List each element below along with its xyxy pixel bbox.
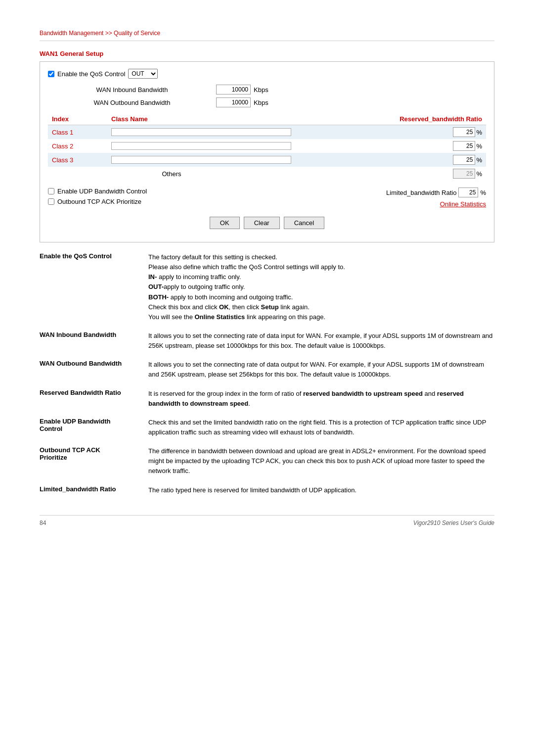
- help-def-limited-bw: The ratio typed here is reserved for lim…: [148, 485, 356, 495]
- page-number: 84: [40, 520, 46, 526]
- class3-name-input[interactable]: [111, 156, 291, 164]
- class2-ratio: %: [295, 139, 486, 153]
- wan-outbound-row: WAN Outbound Bandwidth Kbps: [48, 97, 486, 107]
- col-ratio-header: Reserved_bandwidth Ratio: [295, 113, 486, 125]
- product-name: Vigor2910 Series User's Guide: [413, 520, 494, 526]
- enable-udp-row: Enable UDP Bandwidth Control: [48, 188, 147, 195]
- class2-unit: %: [476, 142, 482, 150]
- wan-outbound-input[interactable]: [216, 97, 251, 107]
- help-row-reserved-bw: Reserved Bandwidth Ratio It is reserved …: [40, 389, 494, 409]
- breadcrumb-separator: >>: [103, 30, 114, 37]
- form-panel: Enable the QoS Control OUT IN BOTH WAN I…: [40, 61, 494, 242]
- class1-unit: %: [476, 129, 482, 136]
- right-panel: Limited_bandwidth Ratio % Online Statist…: [386, 188, 486, 208]
- others-ratio: %: [295, 167, 486, 181]
- help-row-limited-bw: Limited_bandwidth Ratio The ratio typed …: [40, 485, 494, 495]
- table-header: Index Class Name Reserved_bandwidth Rati…: [48, 113, 486, 125]
- help-term-udp: Enable UDP BandwidthControl: [40, 418, 148, 432]
- help-row-wan-inbound: WAN Inbound Bandwidth It allows you to s…: [40, 331, 494, 351]
- help-term-qos: Enable the QoS Control: [40, 252, 148, 260]
- help-row-udp: Enable UDP BandwidthControl Check this a…: [40, 418, 494, 437]
- class1-index: Class 1: [48, 125, 107, 140]
- help-row-qos: Enable the QoS Control The factory defau…: [40, 252, 494, 322]
- help-def-tcp-ack: The difference in bandwidth between down…: [148, 446, 494, 476]
- section-title: WAN1 General Setup: [40, 50, 494, 57]
- online-statistics-link[interactable]: Online Statistics: [440, 200, 486, 208]
- class2-name: [107, 139, 295, 153]
- class3-ratio-input[interactable]: [453, 155, 475, 165]
- help-term-limited-bw: Limited_bandwidth Ratio: [40, 485, 148, 493]
- checkboxes-group: Enable UDP Bandwidth Control Outbound TC…: [48, 188, 147, 205]
- enable-qos-label: Enable the QoS Control: [57, 70, 125, 78]
- help-term-tcp-ack: Outbound TCP ACKPrioritize: [40, 446, 148, 461]
- limited-bw-label: Limited_bandwidth Ratio: [386, 189, 456, 196]
- wan-inbound-label: WAN Inbound Bandwidth: [48, 86, 216, 94]
- help-def-reserved-bw: It is reserved for the group index in th…: [148, 389, 494, 409]
- breadcrumb: Bandwidth Management >> Quality of Servi…: [40, 30, 494, 41]
- class2-ratio-input[interactable]: [453, 141, 475, 151]
- class3-unit: %: [476, 156, 482, 164]
- table-row-others: Others %: [48, 167, 486, 181]
- wan-inbound-input[interactable]: [216, 85, 251, 94]
- breadcrumb-part1: Bandwidth Management: [40, 30, 103, 37]
- enable-qos-checkbox[interactable]: [48, 71, 54, 77]
- others-label: Others: [48, 167, 295, 181]
- help-def-wan-inbound: It allows you to set the connecting rate…: [148, 331, 494, 351]
- help-row-wan-outbound: WAN Outbound Bandwidth It allows you to …: [40, 360, 494, 379]
- help-term-wan-outbound: WAN Outbound Bandwidth: [40, 360, 148, 367]
- table-row: Class 3 %: [48, 153, 486, 167]
- col-class-header: Class Name: [107, 113, 295, 125]
- wan-inbound-row: WAN Inbound Bandwidth Kbps: [48, 85, 486, 94]
- help-def-wan-outbound: It allows you to set the connecting rate…: [148, 360, 494, 379]
- col-index-header: Index: [48, 113, 107, 125]
- qos-direction-select[interactable]: OUT IN BOTH: [128, 69, 158, 79]
- class3-index: Class 3: [48, 153, 107, 167]
- limited-bw-input[interactable]: [458, 188, 478, 197]
- breadcrumb-part2: Quality of Service: [114, 30, 160, 37]
- outbound-tcp-label: Outbound TCP ACK Prioritize: [57, 198, 141, 205]
- class1-ratio-input[interactable]: [453, 127, 475, 137]
- help-def-udp: Check this and set the limited bandwidth…: [148, 418, 494, 437]
- class2-index: Class 2: [48, 139, 107, 153]
- limited-bw-unit: %: [480, 189, 486, 196]
- table-row: Class 2 %: [48, 139, 486, 153]
- buttons-row: OK Clear Cancel: [48, 217, 486, 229]
- others-unit: %: [476, 170, 482, 178]
- outbound-tcp-checkbox[interactable]: [48, 198, 54, 205]
- help-section: Enable the QoS Control The factory defau…: [40, 252, 494, 495]
- others-ratio-input: [453, 169, 475, 179]
- class1-ratio: %: [295, 125, 486, 140]
- class3-name: [107, 153, 295, 167]
- cancel-button[interactable]: Cancel: [284, 217, 324, 229]
- footer: 84 Vigor2910 Series User's Guide: [40, 515, 494, 526]
- help-term-wan-inbound: WAN Inbound Bandwidth: [40, 331, 148, 338]
- wan-outbound-label: WAN Outbound Bandwidth: [48, 99, 216, 106]
- help-term-reserved-bw: Reserved Bandwidth Ratio: [40, 389, 148, 396]
- enable-udp-label: Enable UDP Bandwidth Control: [57, 188, 147, 195]
- clear-button[interactable]: Clear: [244, 217, 280, 229]
- class-table: Index Class Name Reserved_bandwidth Rati…: [48, 113, 486, 181]
- ok-button[interactable]: OK: [210, 217, 240, 229]
- class3-ratio: %: [295, 153, 486, 167]
- table-row: Class 1 %: [48, 125, 486, 140]
- bottom-options: Enable UDP Bandwidth Control Outbound TC…: [48, 188, 486, 208]
- enable-qos-row: Enable the QoS Control OUT IN BOTH: [48, 69, 486, 79]
- help-row-tcp-ack: Outbound TCP ACKPrioritize The differenc…: [40, 446, 494, 476]
- help-def-qos: The factory default for this setting is …: [148, 252, 345, 322]
- class1-name-input[interactable]: [111, 128, 291, 136]
- class1-name: [107, 125, 295, 140]
- class2-name-input[interactable]: [111, 142, 291, 150]
- outbound-tcp-row: Outbound TCP ACK Prioritize: [48, 198, 147, 205]
- enable-udp-checkbox[interactable]: [48, 188, 54, 194]
- limited-bw-row: Limited_bandwidth Ratio %: [386, 188, 486, 197]
- wan-inbound-unit: Kbps: [254, 86, 268, 94]
- wan-outbound-unit: Kbps: [254, 99, 268, 106]
